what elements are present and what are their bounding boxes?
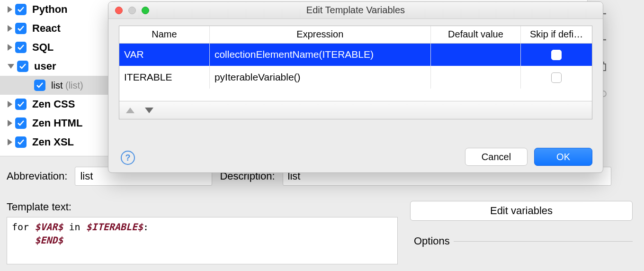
help-button[interactable]: ? [121, 151, 135, 165]
cancel-button[interactable]: Cancel [465, 148, 528, 166]
tree-item-label: Zen HTML [32, 117, 82, 129]
checkbox[interactable] [15, 42, 27, 53]
checkbox[interactable] [34, 80, 45, 91]
column-header-expression[interactable]: Expression [209, 26, 430, 43]
template-text-label: Template text: [7, 201, 72, 213]
checkbox[interactable] [15, 117, 27, 129]
table-row[interactable]: VAR collectionElementName(ITERABLE) [119, 43, 592, 66]
tree-item-label: Python [32, 3, 68, 16]
chevron-right-icon[interactable] [8, 44, 12, 51]
checkbox[interactable] [15, 99, 27, 110]
zoom-icon[interactable] [142, 7, 149, 14]
table-row[interactable]: ITERABLE pyIterableVariable() [119, 66, 592, 89]
cell-default-value[interactable] [430, 43, 520, 66]
tree-item-label: Zen XSL [32, 136, 74, 148]
cell-name[interactable]: ITERABLE [119, 66, 209, 89]
column-header-default-value[interactable]: Default value [430, 26, 520, 43]
checkbox[interactable] [551, 50, 562, 60]
chevron-right-icon[interactable] [8, 6, 12, 13]
options-legend: Options [410, 235, 454, 247]
cell-expression[interactable]: collectionElementName(ITERABLE) [209, 43, 430, 66]
tree-item-label: React [32, 22, 61, 35]
ok-button[interactable]: OK [534, 148, 592, 166]
abbreviation-label: Abbreviation: [7, 170, 67, 182]
chevron-right-icon[interactable] [8, 25, 12, 32]
edit-template-variables-dialog: Edit Template Variables Name Expression … [108, 1, 603, 173]
variables-table-wrap: Name Expression Default value Skip if de… [119, 26, 592, 119]
chevron-right-icon[interactable] [8, 101, 12, 108]
close-icon[interactable] [115, 7, 123, 14]
table-footer [119, 101, 592, 119]
options-fieldset: Options [410, 235, 633, 247]
cell-expression[interactable]: pyIterableVariable() [209, 66, 430, 89]
tree-item-label: list (list) [51, 80, 83, 91]
tree-item-label: SQL [32, 41, 54, 54]
move-down-icon[interactable] [145, 108, 153, 113]
checkbox[interactable] [15, 23, 27, 34]
column-header-name[interactable]: Name [119, 26, 209, 43]
checkbox[interactable] [551, 72, 562, 83]
template-text-area[interactable]: for $VAR$ in $ITERABLE$: $END$ [7, 217, 398, 264]
edit-variables-button[interactable]: Edit variables [410, 201, 633, 221]
column-header-skip[interactable]: Skip if defi… [521, 26, 592, 43]
checkbox[interactable] [17, 61, 28, 72]
cell-default-value[interactable] [430, 66, 520, 89]
tree-item-label: Zen CSS [32, 98, 75, 110]
chevron-down-icon[interactable] [8, 64, 14, 69]
tree-item-label: user [34, 60, 56, 72]
minimize-icon [128, 7, 136, 14]
checkbox[interactable] [15, 4, 27, 15]
dialog-title: Edit Template Variables [108, 5, 603, 16]
variables-table[interactable]: Name Expression Default value Skip if de… [119, 26, 592, 89]
cell-name[interactable]: VAR [119, 43, 209, 66]
move-up-icon [126, 108, 134, 113]
checkbox[interactable] [15, 136, 27, 148]
chevron-right-icon[interactable] [8, 139, 12, 145]
cell-skip[interactable] [521, 43, 592, 66]
tree-spacer [27, 83, 31, 88]
cell-skip[interactable] [521, 66, 592, 89]
chevron-right-icon[interactable] [8, 120, 12, 126]
dialog-titlebar[interactable]: Edit Template Variables [108, 2, 603, 19]
